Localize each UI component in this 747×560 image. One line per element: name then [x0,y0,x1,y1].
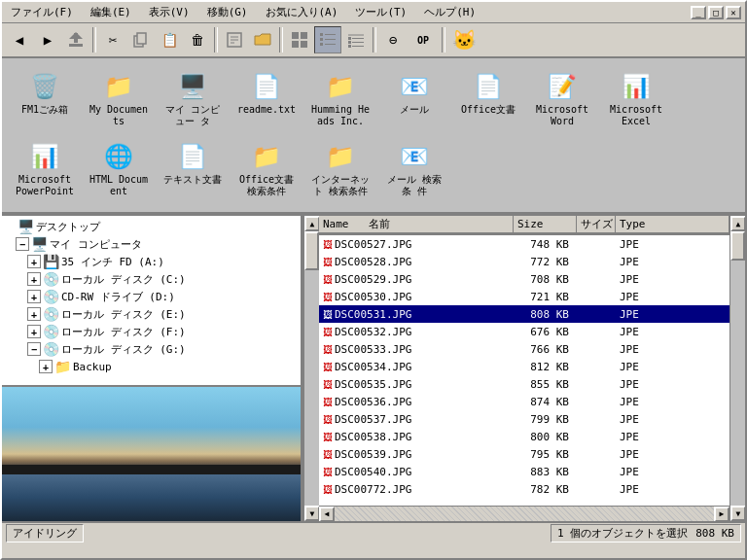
file-type: JPE [616,273,729,286]
desktop-icon-mail[interactable]: 📧メール [379,66,449,132]
desktop-icon-textfile[interactable]: 📄テキスト文書 [158,136,228,202]
desktop-icon-readme[interactable]: 📄readme.txt [231,66,302,132]
desktop-icon-hummingheads[interactable]: 📁Humming Heads Inc. [305,66,375,132]
col-header-type[interactable]: Type [616,216,729,234]
tree-expand-localf[interactable]: + [27,325,41,338]
desktop-icon-label-hummingheads: Humming Heads Inc. [308,104,373,127]
view-list-button[interactable] [314,26,341,53]
tree-node-backup[interactable]: +📁Backup [4,358,299,375]
search-button[interactable]: OP [408,26,439,53]
menu-view[interactable]: 表示(V) [140,2,198,22]
tree-expand-localc[interactable]: + [27,272,41,286]
copy-button[interactable] [127,26,155,53]
desktop-icon-img-websearch: 📁 [325,141,356,172]
back-button[interactable]: ◀ [6,26,33,53]
properties-button[interactable] [221,26,248,53]
file-row[interactable]: 🖼DSC00532.JPG676 KBJPE [319,323,729,340]
tree-expand-backup[interactable]: + [39,360,53,373]
tree-node-localf[interactable]: +💿ローカル ディスク (F:) [4,323,299,340]
menu-favorites[interactable]: お気に入り(A) [257,2,347,22]
tree-scroll-thumb[interactable] [304,231,319,270]
tree-scrollbar[interactable]: ▲ ▼ [303,216,319,521]
file-row[interactable]: 🖼DSC00533.JPG766 KBJPE [319,340,729,358]
svg-rect-20 [348,37,351,40]
tree-scroll-down[interactable]: ▼ [304,506,320,521]
desktop-icon-msword[interactable]: 📝Microsoft Word [527,66,597,132]
file-scroll-down[interactable]: ▼ [730,506,746,521]
tree-node-mycomp[interactable]: −🖥️マイ コンピュータ [4,235,299,253]
tree-expand-localg[interactable]: − [27,342,41,356]
tree-expand-35floppy[interactable]: + [27,255,41,268]
file-row[interactable]: 🖼DSC00537.JPG799 KBJPE [319,410,729,428]
col-header-size[interactable]: Size [514,216,577,234]
paste-button[interactable]: 📋 [156,26,183,53]
tree-expand-mycomp[interactable]: − [16,237,29,251]
file-row[interactable]: 🖼DSC00535.JPG855 KBJPE [319,375,729,393]
disconnect-button[interactable]: ⊖ [379,26,407,53]
file-scrollbar[interactable]: ▲ ▼ [729,216,745,521]
file-scroll-up[interactable]: ▲ [730,216,746,231]
horizontal-scrollbar[interactable]: ◀ ▶ [319,506,729,521]
up-button[interactable] [62,26,89,53]
desktop-icon-mycomputer[interactable]: 🖥️マイ コンピュー タ [158,66,228,132]
desktop-icon-officesearch[interactable]: 📁Office文書 検索条件 [231,136,302,202]
file-row[interactable]: 🖼DSC00536.JPG874 KBJPE [319,393,729,410]
cut-button[interactable]: ✂ [99,26,126,53]
hscroll-left[interactable]: ◀ [319,507,335,522]
tree-node-localg[interactable]: −💿ローカル ディスク (G:) [4,340,299,358]
file-scroll-track[interactable] [730,231,745,506]
help-icon[interactable]: 🐱 [448,26,480,53]
file-row[interactable]: 🖼DSC00531.JPG808 KBJPE [319,305,729,323]
col-header-name[interactable]: Name 名前 [319,216,514,234]
svg-rect-2 [69,44,83,47]
hscroll-track[interactable] [335,507,714,522]
file-row[interactable]: 🖼DSC00530.JPG721 KBJPE [319,288,729,305]
col-header-size-jp[interactable]: サイズ [577,216,616,234]
maximize-button[interactable]: □ [708,6,724,19]
forward-button[interactable]: ▶ [34,26,61,53]
view-detail-button[interactable] [342,26,370,53]
view-large-icons-button[interactable] [286,26,313,53]
desktop-icon-htmldoc[interactable]: 🌐HTML Document [84,136,154,202]
desktop-icon-officedoc[interactable]: 📄Office文書 [453,66,523,132]
tree-scroll-up[interactable]: ▲ [304,216,320,231]
file-row[interactable]: 🖼DSC00772.JPG782 KBJPE [319,480,729,498]
tree-node-35floppy[interactable]: +💾35 インチ FD (A:) [4,253,299,270]
file-row[interactable]: 🖼DSC00528.JPG772 KBJPE [319,253,729,270]
tree-scroll-track[interactable] [304,231,319,506]
menu-help[interactable]: ヘルプ(H) [415,2,484,22]
menu-tools[interactable]: ツール(T) [346,2,415,22]
desktop-icon-msexcel[interactable]: 📊Microsoft Excel [601,66,671,132]
tree-expand-locale[interactable]: + [27,307,41,321]
file-list-body[interactable]: 🖼DSC00527.JPG748 KBJPE🖼DSC00528.JPG772 K… [319,235,729,506]
desktop-icon-mailsearch[interactable]: 📧メール 検索条 件 [379,136,449,202]
menu-edit[interactable]: 編集(E) [82,2,140,22]
desktop-icon-websearch[interactable]: 📁インターネット 検索条件 [305,136,375,202]
file-scroll-thumb[interactable] [730,231,745,261]
file-row[interactable]: 🖼DSC00529.JPG708 KBJPE [319,270,729,288]
desktop-icon-area: 🗑️FM1ごみ箱📁My Documents🖥️マイ コンピュー タ📄readme… [2,58,745,214]
tree-node-locale[interactable]: +💿ローカル ディスク (E:) [4,305,299,323]
tree-node-localc[interactable]: +💿ローカル ディスク (C:) [4,270,299,288]
delete-button[interactable]: 🗑 [184,26,211,53]
file-row[interactable]: 🖼DSC00527.JPG748 KBJPE [319,235,729,253]
toolbar-separator-2 [214,27,218,52]
toolbar-separator-5 [442,27,445,52]
desktop-icon-fm1trash[interactable]: 🗑️FM1ごみ箱 [10,66,80,132]
hscroll-right[interactable]: ▶ [714,507,729,522]
tree-expand-cdrw[interactable]: + [27,290,41,303]
file-row[interactable]: 🖼DSC00539.JPG795 KBJPE [319,445,729,463]
minimize-button[interactable]: _ [691,6,706,19]
new-folder-button[interactable] [249,26,276,53]
file-row[interactable]: 🖼DSC00534.JPG812 KBJPE [319,358,729,375]
file-row[interactable]: 🖼DSC00540.JPG883 KBJPE [319,463,729,480]
file-row[interactable]: 🖼DSC00538.JPG800 KBJPE [319,428,729,445]
close-button[interactable]: ✕ [726,6,741,19]
menu-file[interactable]: ファイル(F) [2,2,82,22]
menu-go[interactable]: 移動(G) [198,2,257,22]
desktop-icon-mydocs[interactable]: 📁My Documents [84,66,154,132]
desktop-icon-msppt[interactable]: 📊Microsoft PowerPoint [10,136,80,202]
folder-tree[interactable]: 🖥️デスクトップ−🖥️マイ コンピュータ+💾35 インチ FD (A:)+💿ロー… [2,216,301,385]
tree-node-cdrw[interactable]: +💿CD-RW ドライブ (D:) [4,288,299,305]
tree-node-desktop[interactable]: 🖥️デスクトップ [4,218,299,235]
